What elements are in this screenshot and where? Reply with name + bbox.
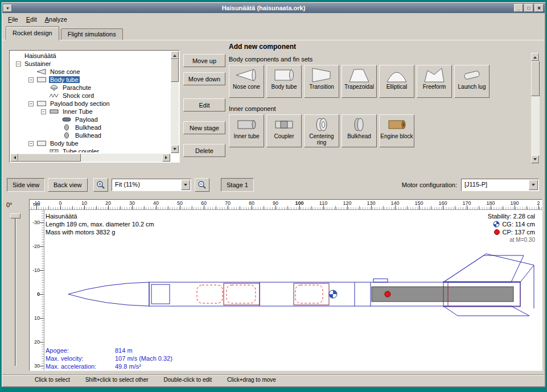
- scroll-left-button[interactable]: [10, 154, 18, 162]
- tab[interactable]: Flight simulations: [61, 28, 123, 40]
- component-label: Trapezoidal: [344, 84, 374, 90]
- zoom-in-button[interactable]: [93, 178, 108, 192]
- v-ruler-label: 30: [34, 363, 40, 369]
- tree-item-label: Bulkhead: [74, 124, 102, 131]
- h-ruler-tick: [515, 205, 515, 209]
- h-ruler-tick: [443, 205, 443, 209]
- cg-marker: [329, 290, 337, 298]
- tree-item[interactable]: Tube coupler: [10, 147, 170, 152]
- component-label: Centering ring: [305, 133, 339, 146]
- tree-item[interactable]: − Sustainer: [10, 60, 170, 68]
- rotation-slider-track[interactable]: [15, 215, 17, 366]
- tree-expander-icon[interactable]: −: [41, 109, 46, 114]
- tree-item[interactable]: − Body tube: [10, 139, 170, 147]
- tree-item[interactable]: Bulkhead: [10, 131, 170, 139]
- combo-dropdown-button[interactable]: [529, 180, 538, 190]
- component-icon: [235, 117, 258, 133]
- tree-item-label: Body tube: [49, 76, 80, 83]
- h-ruler-tick: [323, 205, 324, 209]
- add-component-button[interactable]: Transition: [304, 65, 339, 98]
- tree-item[interactable]: Bulkhead: [10, 123, 170, 131]
- h-ruler-tick: [228, 205, 228, 209]
- scrollbar-thumb[interactable]: [18, 154, 81, 162]
- side-view-button[interactable]: Side view: [7, 178, 45, 192]
- close-button[interactable]: ✕: [534, 4, 544, 12]
- tree-expander-icon[interactable]: −: [28, 77, 34, 82]
- tree-action-button[interactable]: Delete: [183, 144, 225, 157]
- tree-vertical-scrollbar[interactable]: [171, 51, 179, 153]
- flight-stat-value: 814 m: [115, 346, 133, 354]
- add-component-button[interactable]: Coupler: [266, 114, 302, 147]
- window-menu-icon[interactable]: ▾: [3, 5, 12, 12]
- h-ruler-tick: [132, 205, 133, 209]
- scroll-right-button[interactable]: [162, 154, 170, 162]
- tree-item[interactable]: − Body tube: [10, 76, 170, 84]
- tree-item[interactable]: − Inner Tube: [10, 108, 170, 115]
- tree-action-button[interactable]: Move up: [183, 54, 225, 67]
- tree-item[interactable]: − Payload body section: [10, 100, 170, 108]
- h-ruler-tick: [419, 205, 419, 209]
- tree-action-button[interactable]: New stage: [183, 121, 225, 134]
- motor-configuration-label: Motor configuration:: [402, 181, 457, 188]
- tree-item[interactable]: Shock cord: [10, 92, 170, 100]
- cg-icon: [493, 221, 500, 228]
- scroll-up-button[interactable]: [531, 53, 539, 61]
- tree-item-label: Payload: [74, 116, 99, 123]
- arrow-up-icon: [533, 55, 537, 59]
- tree-item[interactable]: Nose cone: [10, 68, 170, 76]
- scroll-up-button[interactable]: [171, 51, 179, 59]
- scroll-down-button[interactable]: [531, 155, 539, 163]
- add-component-button[interactable]: Body tube: [266, 65, 302, 98]
- rotation-slider-thumb[interactable]: [10, 213, 20, 218]
- palette-group-label: Inner component: [229, 105, 530, 112]
- tab[interactable]: Rocket design: [6, 26, 59, 40]
- tree-action-button[interactable]: Edit: [183, 98, 225, 112]
- scrollbar-thumb[interactable]: [171, 59, 179, 82]
- menu-item[interactable]: Analyze: [41, 14, 71, 24]
- zoom-select[interactable]: Fit (11%): [112, 179, 191, 191]
- chevron-down-icon: [532, 184, 535, 188]
- add-component-button[interactable]: Freeform: [417, 65, 452, 98]
- tree-item[interactable]: Parachute: [10, 84, 170, 92]
- tree-expander-icon[interactable]: −: [16, 61, 21, 67]
- h-ruler-tick: [347, 205, 348, 209]
- add-component-button[interactable]: Engine block: [379, 114, 414, 147]
- tree-expander-icon[interactable]: −: [28, 101, 34, 106]
- add-component-button[interactable]: Inner tube: [229, 114, 264, 147]
- component-label: Coupler: [274, 133, 294, 139]
- add-component-button[interactable]: Nose cone: [229, 65, 264, 98]
- scrollbar-thumb[interactable]: [531, 61, 540, 96]
- menu-item[interactable]: File: [4, 14, 22, 24]
- rocket-drawing-area[interactable]: -100102030405060708090100110120130140150…: [29, 199, 542, 371]
- motor-configuration-select[interactable]: [J115-P]: [461, 179, 539, 191]
- tree-item[interactable]: Haisunäätä: [10, 52, 170, 60]
- component-label: Inner tube: [233, 133, 259, 139]
- tree-item[interactable]: Payload: [10, 115, 170, 123]
- stage-1-toggle[interactable]: Stage 1: [221, 178, 254, 192]
- add-component-button[interactable]: Bulkhead: [342, 114, 377, 147]
- palette-vertical-scrollbar[interactable]: [531, 53, 540, 163]
- minimize-button[interactable]: _: [514, 4, 523, 12]
- combo-dropdown-button[interactable]: [181, 180, 190, 190]
- add-component-button[interactable]: Centering ring: [304, 114, 339, 147]
- tree-horizontal-scrollbar[interactable]: [10, 154, 170, 162]
- arrow-down-icon: [533, 158, 537, 162]
- maximize-button[interactable]: □: [524, 4, 533, 12]
- zoom-out-button[interactable]: [195, 178, 209, 192]
- component-label: Engine block: [380, 133, 413, 139]
- add-component-button[interactable]: Trapezoidal: [342, 65, 377, 98]
- menu-item[interactable]: Edit: [22, 14, 41, 24]
- tree-action-button[interactable]: Move down: [183, 72, 225, 85]
- back-view-button[interactable]: Back view: [48, 178, 88, 192]
- tree-expander-icon[interactable]: −: [28, 141, 34, 146]
- component-label: Launch lug: [458, 84, 486, 90]
- h-ruler: -100102030405060708090100110120130140150…: [30, 200, 542, 210]
- cp-marker: [385, 291, 390, 297]
- rocket-view-panel: 0°: [2, 197, 545, 374]
- status-hint: Click to select: [35, 377, 70, 383]
- add-component-button[interactable]: Launch lug: [454, 65, 490, 98]
- add-component-button[interactable]: Elliptical: [379, 65, 414, 98]
- arrow-up-icon: [173, 53, 176, 57]
- scroll-down-button[interactable]: [171, 145, 179, 153]
- h-ruler-tick: [275, 205, 276, 209]
